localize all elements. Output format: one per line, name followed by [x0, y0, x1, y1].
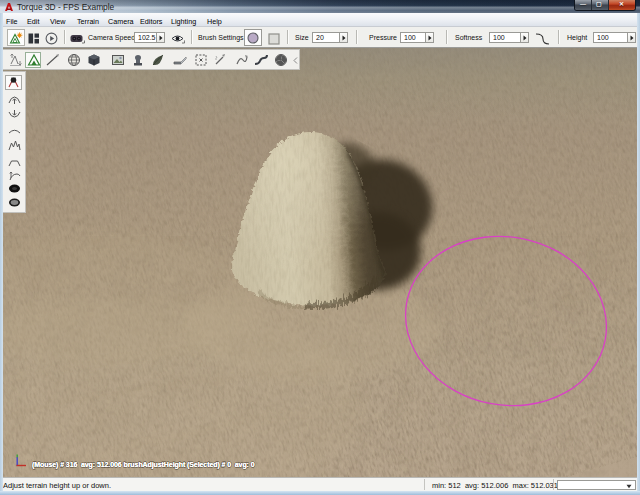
svg-text:(Mouse) # 316 avg: 512.006 br: (Mouse) # 316 avg: 512.006 brushAdjustHe…: [32, 461, 255, 469]
